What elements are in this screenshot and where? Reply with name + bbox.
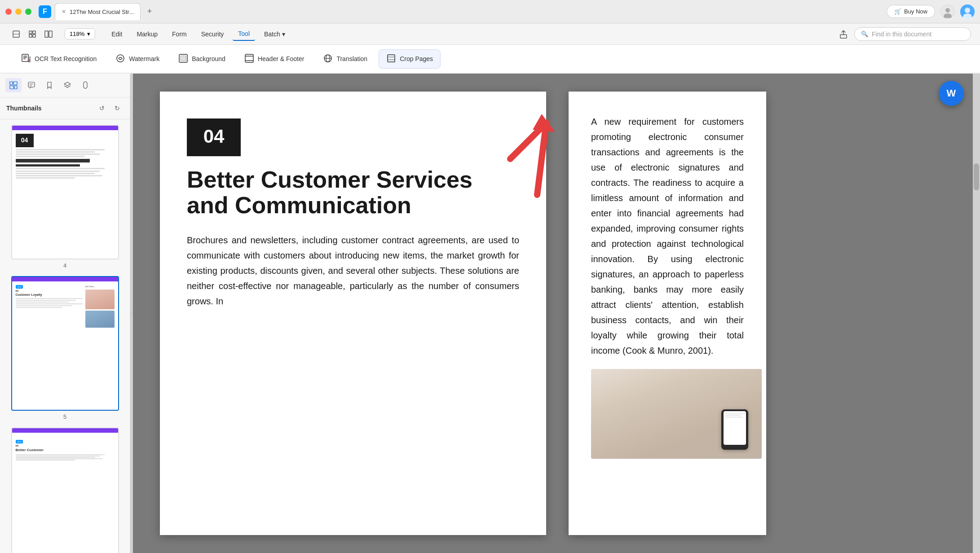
translation-icon	[323, 53, 333, 65]
svg-marker-41	[533, 114, 555, 132]
rotate-left-button[interactable]: ↺	[96, 102, 108, 114]
svg-point-19	[117, 55, 124, 62]
section-num-text: 04	[203, 126, 225, 147]
thumbnail-page-4[interactable]: 04	[5, 125, 124, 269]
sidebar-tab-thumbnails[interactable]	[5, 78, 22, 92]
sidebar-tab-comments[interactable]	[23, 78, 40, 92]
doc-image-inner	[591, 369, 762, 459]
ocr-tool-button[interactable]: OCR Text Recognition	[13, 49, 104, 69]
tab-bar: ✕ 12The Most Crucial Str... +	[55, 3, 887, 20]
menu-tool[interactable]: Tool	[233, 27, 255, 41]
svg-rect-28	[388, 55, 395, 62]
app-icon: F	[39, 5, 51, 18]
grid-view-button[interactable]	[25, 28, 40, 40]
close-button[interactable]	[5, 9, 12, 15]
watermark-icon	[115, 53, 125, 65]
svg-rect-33	[10, 86, 13, 89]
section-number-display: 04	[187, 118, 519, 156]
main-area: Thumbnails ↺ ↻ 04	[0, 74, 980, 553]
rotate-right-button[interactable]: ↻	[111, 102, 124, 114]
watermark-tool-button[interactable]: Watermark	[108, 49, 167, 69]
community-avatar[interactable]	[940, 4, 955, 19]
svg-rect-35	[28, 82, 35, 87]
doc-scrollbar[interactable]	[973, 74, 980, 553]
header-footer-label: Header & Footer	[258, 55, 305, 62]
zoom-control[interactable]: 118% ▾	[65, 28, 95, 40]
svg-rect-22	[245, 54, 253, 62]
document-tab[interactable]: ✕ 12The Most Crucial Str...	[55, 3, 141, 20]
w-icon: W	[947, 88, 956, 99]
translation-tool-button[interactable]: Translation	[315, 49, 375, 69]
thumbnail-page-5[interactable]: SAG 03 Customer Loyalty	[5, 276, 124, 420]
header-footer-tool-button[interactable]: Header & Footer	[237, 49, 312, 69]
sidebar-header: Thumbnails ↺ ↻	[0, 97, 130, 119]
search-icon: 🔍	[861, 31, 868, 37]
background-tool-button[interactable]: Background	[171, 49, 233, 69]
svg-rect-8	[29, 31, 32, 34]
zoom-chevron-icon: ▾	[87, 31, 90, 37]
page-container: 04 Better Customer Services and Communic…	[133, 74, 973, 553]
svg-point-4	[965, 8, 970, 13]
menu-security[interactable]: Security	[196, 28, 230, 40]
doc-area: 04 Better Customer Services and Communic…	[133, 74, 980, 553]
svg-rect-15	[22, 54, 28, 61]
new-tab-button[interactable]: +	[143, 5, 156, 18]
ocr-label: OCR Text Recognition	[35, 55, 97, 62]
scrollbar-thumb[interactable]	[974, 163, 979, 190]
tab-close-icon[interactable]: ✕	[62, 9, 66, 15]
batch-label: Batch	[264, 31, 280, 38]
doc-page-left: 04 Better Customer Services and Communic…	[160, 92, 546, 535]
doc-image	[591, 369, 762, 459]
titlebar: F ✕ 12The Most Crucial Str... + 🛒 Buy No…	[0, 0, 980, 23]
svg-rect-11	[33, 35, 35, 37]
two-page-view-button[interactable]	[41, 28, 56, 40]
crop-pages-icon	[386, 53, 396, 65]
ocr-icon	[21, 53, 31, 65]
svg-rect-12	[45, 31, 48, 37]
watermark-label: Watermark	[129, 55, 159, 62]
thumbnail-img-6[interactable]: SAG 04 Better Customer	[11, 427, 119, 553]
thumbnail-label-4: 4	[63, 262, 66, 269]
menu-markup[interactable]: Markup	[131, 28, 163, 40]
search-box[interactable]: 🔍 Find in this document	[854, 27, 971, 41]
search-placeholder: Find in this document	[872, 31, 931, 38]
single-page-view-button[interactable]	[9, 28, 23, 40]
crop-pages-label: Crop Pages	[400, 55, 433, 62]
svg-point-1	[945, 8, 950, 13]
section-box: 04	[187, 118, 241, 154]
buy-now-button[interactable]: 🛒 Buy Now	[887, 5, 935, 18]
section-border	[187, 154, 241, 156]
crop-pages-tool-button[interactable]: Crop Pages	[379, 49, 441, 69]
sidebar-tab-layers[interactable]	[59, 78, 75, 92]
sidebar-tabs	[0, 74, 130, 97]
sidebar-tab-attachments[interactable]	[77, 78, 93, 92]
minimize-button[interactable]	[15, 9, 22, 15]
float-w-button[interactable]: W	[939, 81, 964, 106]
menu-batch[interactable]: Batch ▾	[259, 28, 291, 40]
svg-rect-9	[33, 31, 35, 34]
menu-edit[interactable]: Edit	[106, 28, 128, 40]
thumbnail-page-6[interactable]: SAG 04 Better Customer 6	[5, 427, 124, 553]
titlebar-right: 🛒 Buy Now	[887, 4, 975, 19]
user-avatar[interactable]	[960, 4, 975, 19]
svg-line-39	[537, 123, 546, 195]
toolbar: OCR Text Recognition Watermark Backgroun…	[0, 45, 980, 74]
background-label: Background	[192, 55, 225, 62]
traffic-lights	[5, 9, 31, 15]
doc-scroll-container[interactable]: 04 Better Customer Services and Communic…	[133, 74, 973, 553]
maximize-button[interactable]	[25, 9, 31, 15]
page-main-title: Better Customer Services and Communicati…	[187, 167, 519, 218]
svg-rect-21	[181, 56, 186, 61]
cart-icon: 🛒	[894, 8, 901, 15]
view-controls	[9, 28, 56, 40]
thumbnail-img-5[interactable]: SAG 03 Customer Loyalty	[11, 276, 119, 411]
thumbnail-img-4[interactable]: 04	[11, 125, 119, 259]
zoom-level: 118%	[70, 31, 84, 37]
share-button[interactable]	[837, 28, 850, 40]
svg-rect-32	[13, 82, 17, 85]
translation-label: Translation	[336, 55, 367, 62]
menu-form[interactable]: Form	[167, 28, 192, 40]
buy-now-label: Buy Now	[904, 8, 927, 15]
background-icon	[178, 53, 188, 65]
sidebar-tab-bookmarks[interactable]	[41, 78, 57, 92]
